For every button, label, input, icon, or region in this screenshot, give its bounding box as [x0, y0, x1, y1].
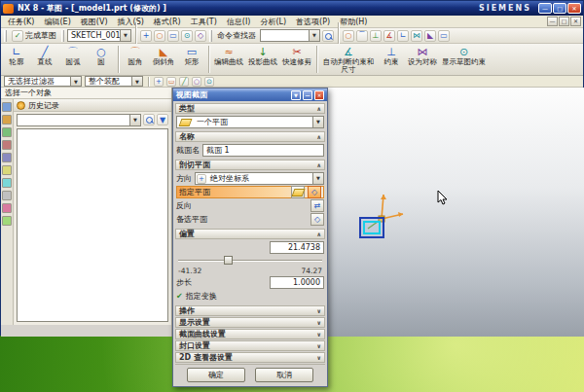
history-list[interactable]: [17, 128, 168, 322]
chamfer-button[interactable]: ◣ 倒斜角: [150, 45, 177, 75]
constraint-navigator-icon[interactable]: [2, 115, 12, 125]
specify-plane-row[interactable]: 指定平面 ◇: [176, 186, 324, 198]
circle-button[interactable]: ○ 圆: [88, 45, 115, 75]
project-curve-button[interactable]: ↓ 投影曲线: [246, 45, 279, 75]
profile-button[interactable]: ∟ 轮廓: [3, 45, 30, 75]
existing-point-icon[interactable]: ▭: [438, 30, 450, 42]
window-close-button[interactable]: ✕: [567, 3, 581, 14]
intersection-icon[interactable]: ∡: [383, 30, 395, 42]
point-on-curve-icon[interactable]: ⌒: [356, 30, 368, 42]
ok-button[interactable]: 确定: [187, 368, 245, 382]
orientation-combo[interactable]: + 绝对坐标系 ▼: [195, 172, 324, 185]
snap-magnet-icon[interactable]: +: [154, 77, 164, 87]
menu-analysis[interactable]: 分析(L): [255, 16, 291, 28]
slider-handle[interactable]: [224, 256, 233, 265]
specify-plane-button[interactable]: ◇: [308, 186, 321, 198]
menu-view[interactable]: 视图(V): [76, 16, 113, 28]
menu-insert[interactable]: 插入(S): [113, 16, 149, 28]
menu-tools[interactable]: 工具(T): [186, 16, 222, 28]
mdi-minimize-button[interactable]: —: [547, 17, 558, 26]
toolbar-grip[interactable]: [209, 30, 212, 42]
type-combo[interactable]: 一个平面 ▼: [176, 116, 324, 128]
mdi-close-button[interactable]: ✕: [570, 17, 581, 26]
menu-format[interactable]: 格式(R): [149, 16, 186, 28]
edit-curve-button[interactable]: ≈ 编辑曲线: [212, 45, 245, 75]
dialog-collapse-button[interactable]: —: [303, 90, 312, 100]
section-header-cut-plane[interactable]: 剖切平面 ∧: [175, 160, 325, 170]
chevron-down-icon[interactable]: ▼: [131, 77, 142, 86]
menu-task[interactable]: 任务(K): [3, 16, 40, 28]
offset-value-field[interactable]: 21.4738: [270, 241, 324, 254]
make-symmetric-button[interactable]: ⋈ 设为对称: [406, 45, 439, 75]
section-header-offset[interactable]: 偏置 ∧: [175, 229, 325, 239]
history-filter-combo[interactable]: ▼: [17, 114, 141, 126]
menu-edit[interactable]: 编辑(E): [40, 16, 76, 28]
command-finder-button[interactable]: 命令查找器: [215, 29, 258, 42]
quick-trim-button[interactable]: ✂ 快速修剪: [280, 45, 313, 75]
fillet-button[interactable]: ⌒ 圆角: [122, 45, 149, 75]
layer-settings-icon[interactable]: ◇: [195, 30, 206, 42]
history-options-icon[interactable]: ▼: [157, 114, 168, 125]
reverse-direction-button[interactable]: ⇄: [310, 199, 324, 212]
chevron-down-icon[interactable]: ▼: [129, 115, 140, 125]
chevron-down-icon[interactable]: ▼: [120, 30, 130, 41]
reuse-library-icon[interactable]: [2, 140, 12, 150]
orient-view-icon[interactable]: +: [140, 30, 152, 42]
mdi-restore-button[interactable]: □: [559, 17, 569, 26]
selection-filter-combo[interactable]: 无选择过滤器 ▼: [4, 76, 82, 87]
constraints-button[interactable]: ⊥ 约束: [378, 45, 405, 75]
section-header-curve-settings[interactable]: 截面曲线设置 ∨: [175, 329, 325, 339]
finish-sketch-button[interactable]: ✓ 完成草图: [10, 29, 58, 43]
select-edge-icon[interactable]: ╱: [179, 77, 189, 87]
selection-scope-combo[interactable]: 整个装配 ▼: [85, 76, 143, 87]
sketch-part-face[interactable]: [359, 217, 384, 238]
rectangle-button[interactable]: ▭ 矩形: [178, 45, 205, 75]
center-point-icon[interactable]: ⋈: [411, 30, 422, 42]
system-materials-icon[interactable]: [2, 216, 12, 226]
arc-button[interactable]: ⌒ 圆弧: [59, 45, 87, 75]
endpoint-icon[interactable]: ∟: [397, 30, 409, 42]
plane-dialog-button[interactable]: [291, 186, 305, 198]
shaded-view-icon[interactable]: ⊙: [181, 30, 193, 42]
section-header-operations[interactable]: 操作 ∨: [175, 305, 325, 316]
dialog-titlebar[interactable]: 视图截面 ▼ — ✕: [173, 89, 327, 101]
sketch-name-combo[interactable]: SKETCH_001 ▼: [67, 29, 131, 42]
menu-preferences[interactable]: 首选项(P): [291, 16, 335, 28]
history-palette-icon[interactable]: [2, 178, 12, 188]
history-search-icon[interactable]: [143, 114, 155, 125]
fit-view-icon[interactable]: ▭: [167, 30, 179, 42]
snap-point-icon[interactable]: ○: [343, 30, 354, 42]
line-button[interactable]: ╱ 直线: [31, 45, 58, 75]
toolbar-grip[interactable]: [4, 30, 7, 42]
select-body-icon[interactable]: ○: [192, 77, 201, 87]
dialog-options-button[interactable]: ▼: [291, 90, 301, 100]
roles-icon[interactable]: [2, 203, 12, 213]
chevron-down-icon[interactable]: ▼: [309, 30, 319, 41]
chevron-down-icon[interactable]: ▼: [312, 117, 323, 127]
offset-slider[interactable]: [176, 255, 324, 266]
section-header-type[interactable]: 类型 ∧: [175, 103, 325, 114]
section-header-2d-viewer-settings[interactable]: 2D 查看器设置 ∨: [175, 352, 325, 363]
chevron-down-icon[interactable]: ▼: [312, 173, 323, 184]
window-restore-button[interactable]: □: [553, 3, 566, 14]
menu-information[interactable]: 信息(I): [222, 16, 256, 28]
section-header-name[interactable]: 名称 ∧: [175, 131, 325, 142]
assembly-navigator-icon[interactable]: [2, 102, 12, 112]
show-sketch-constraints-button[interactable]: ⊙ 显示草图约束: [440, 45, 488, 75]
section-name-field[interactable]: 截面 1: [202, 144, 324, 157]
hd3d-tools-icon[interactable]: [2, 153, 12, 162]
command-finder-input[interactable]: ▼: [260, 29, 320, 42]
chevron-down-icon[interactable]: ▼: [70, 77, 81, 86]
toolbar-grip[interactable]: [61, 30, 64, 42]
auto-constrain-dimension-button[interactable]: ∡ 自动判断约束和尺寸: [320, 45, 377, 75]
section-header-cap-settings[interactable]: 封口设置 ∨: [175, 340, 325, 351]
section-header-display-settings[interactable]: 显示设置 ∨: [175, 317, 325, 328]
step-field[interactable]: 1.0000: [270, 276, 324, 289]
menu-help[interactable]: 帮助(H): [335, 16, 372, 28]
part-navigator-icon[interactable]: [2, 127, 12, 137]
alternate-plane-button[interactable]: ◇: [310, 213, 324, 226]
window-minimize-button[interactable]: —: [538, 3, 552, 14]
process-studio-icon[interactable]: [2, 191, 12, 200]
cancel-button[interactable]: 取消: [255, 368, 313, 382]
select-face-icon[interactable]: ▭: [166, 77, 176, 87]
